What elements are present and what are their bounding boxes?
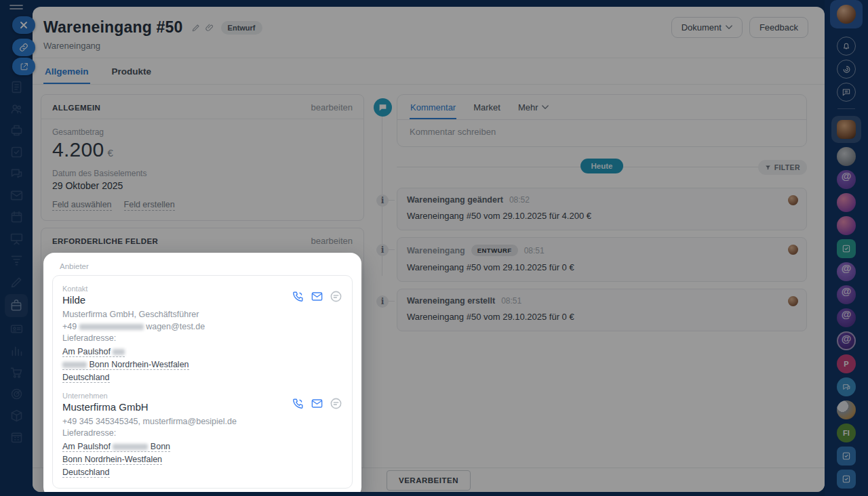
chat-icon[interactable] <box>9 167 24 181</box>
spiral-logo-icon[interactable] <box>837 60 856 79</box>
address-street-link[interactable]: Am Paulshof <box>62 347 125 357</box>
redacted-street-no <box>113 349 125 355</box>
filter-button[interactable]: FILTER <box>758 160 807 175</box>
calendar-icon[interactable] <box>9 210 24 224</box>
left-nav-rail <box>0 0 33 496</box>
contact-name: Hilde <box>62 294 87 306</box>
base-date-label: Datum des Basiselements <box>52 169 353 178</box>
cart-icon[interactable] <box>9 365 24 379</box>
chat-sync-icon[interactable] <box>837 83 856 102</box>
contact-avatar[interactable] <box>837 193 856 212</box>
package-icon[interactable] <box>9 409 24 423</box>
phone-icon[interactable] <box>292 290 304 303</box>
left-nav-icon-stack <box>0 80 33 445</box>
group-avatar[interactable] <box>837 400 856 419</box>
document-icon[interactable] <box>9 80 24 94</box>
feedback-button[interactable]: Feedback <box>749 17 808 38</box>
supplier-spotlight-card: Anbieter Kontakt Hilde <box>43 253 361 492</box>
contact-address: Am Paulshof Bonn Nordrhein-Westfalen Deu… <box>62 344 342 383</box>
tab-allgemein[interactable]: Allgemein <box>43 58 90 84</box>
page-title: Wareneingang #50 <box>43 18 183 37</box>
contact-avatar-slot[interactable] <box>831 116 861 143</box>
tab-mehr[interactable]: Mehr <box>517 95 549 119</box>
address-country-link[interactable]: Deutschland <box>62 373 110 383</box>
address-city-link[interactable]: Bonn Nordrhein-Westfalen <box>62 360 189 370</box>
contact-avatar[interactable] <box>837 216 856 235</box>
check-square-icon[interactable] <box>837 239 856 258</box>
tab-kommentar[interactable]: Kommentar <box>410 95 456 119</box>
bell-icon[interactable] <box>837 37 856 56</box>
contact-avatar-fi[interactable]: FI <box>837 423 856 442</box>
comment-input[interactable] <box>397 120 806 146</box>
contact-block: Kontakt Hilde <box>62 285 342 383</box>
redacted-zip <box>62 362 87 368</box>
address-country-link[interactable]: Deutschland <box>62 468 110 478</box>
chat-group-icon[interactable] <box>837 377 856 396</box>
contact-avatar-p[interactable]: P <box>837 354 856 373</box>
entry-body: Wareneingang #50 vom 29.10.2025 für 0 € <box>407 312 797 322</box>
warehouse-icon[interactable] <box>5 294 28 317</box>
paperclip-icon[interactable] <box>205 23 214 33</box>
contact-label: Kontakt <box>62 285 87 293</box>
contact-phone-email: +49 wagen@test.de <box>62 322 342 333</box>
info-icon: i <box>376 295 389 308</box>
info-icon: i <box>376 194 389 207</box>
menu-icon[interactable] <box>9 4 23 14</box>
edit-title-icon[interactable] <box>191 23 201 33</box>
mail-icon[interactable] <box>9 188 24 203</box>
mail-icon[interactable] <box>311 397 323 410</box>
pencil-icon[interactable] <box>9 275 24 289</box>
activity-column: Kommentar Market Mehr Heute FILTER <box>397 94 807 492</box>
check-square-icon[interactable] <box>837 470 856 489</box>
printer-icon[interactable] <box>9 123 24 138</box>
calendar-grid-icon[interactable] <box>9 430 24 445</box>
process-button[interactable]: VERARBEITEN <box>387 470 471 491</box>
target-icon[interactable] <box>9 387 24 401</box>
company-block: Unternehmen Musterfirma GmbH <box>62 392 342 478</box>
mail-icon[interactable] <box>311 290 323 303</box>
workspace-avatar[interactable]: @ <box>837 262 856 281</box>
timeline-entry: i Wareneingang ENTWURF 08:51 Wareneingan… <box>397 237 807 282</box>
tab-produkte[interactable]: Produkte <box>111 58 153 84</box>
workspace-avatar[interactable]: @ <box>837 285 856 304</box>
record-header: Wareneingang #50 Entwurf Dokument Feedba… <box>33 7 825 58</box>
active-user-slot[interactable] <box>830 0 863 28</box>
workspace-avatar[interactable]: @ <box>837 308 856 327</box>
base-date-value: 29 Oktober 2025 <box>52 180 353 191</box>
presentation-icon[interactable] <box>9 232 24 246</box>
timeline-entry: i Wareneingang geändert 08:52 Wareneinga… <box>397 188 807 230</box>
link-button[interactable] <box>12 39 35 56</box>
supplier-contact-card: Kontakt Hilde <box>52 275 353 489</box>
filter-icon <box>765 165 771 171</box>
record-tabs: Allgemein Produkte <box>33 58 825 85</box>
redacted-phone <box>79 324 144 330</box>
user-avatar <box>788 296 798 306</box>
document-button[interactable]: Dokument <box>671 17 743 38</box>
check-square-icon[interactable] <box>837 447 856 466</box>
delivery-address-label: Lieferadresse: <box>62 428 342 439</box>
workspace-avatar[interactable]: @ <box>837 331 856 350</box>
phone-icon[interactable] <box>292 397 304 410</box>
external-link-button[interactable] <box>12 58 35 75</box>
allgemein-edit-link[interactable]: bearbeiten <box>311 102 353 112</box>
task-check-icon[interactable] <box>9 145 24 159</box>
required-fields-edit-link[interactable]: bearbeiten <box>311 236 353 246</box>
select-field-link[interactable]: Feld auswählen <box>52 200 112 211</box>
id-card-icon[interactable] <box>9 322 24 336</box>
workspace-avatar[interactable]: @ <box>837 170 856 189</box>
tab-market[interactable]: Market <box>473 95 501 119</box>
address-city-link[interactable]: Bonn Nordrhein-Westfalen <box>62 455 162 465</box>
user-avatar <box>788 245 798 255</box>
bar-chart-icon[interactable] <box>9 344 24 358</box>
contacts-icon[interactable] <box>9 102 24 116</box>
comment-panel: Kommentar Market Mehr <box>397 94 807 147</box>
contact-avatar[interactable] <box>837 147 856 166</box>
create-field-link[interactable]: Feld erstellen <box>124 200 175 211</box>
date-pill: Heute <box>580 159 624 173</box>
close-button[interactable] <box>12 16 35 34</box>
activity-icon[interactable] <box>330 290 342 303</box>
record-subtitle: Wareneingang <box>43 41 808 51</box>
address-street-link[interactable]: Am Paulshof Bonn <box>62 442 170 452</box>
filter-icon[interactable] <box>9 253 24 268</box>
activity-icon[interactable] <box>330 397 342 410</box>
